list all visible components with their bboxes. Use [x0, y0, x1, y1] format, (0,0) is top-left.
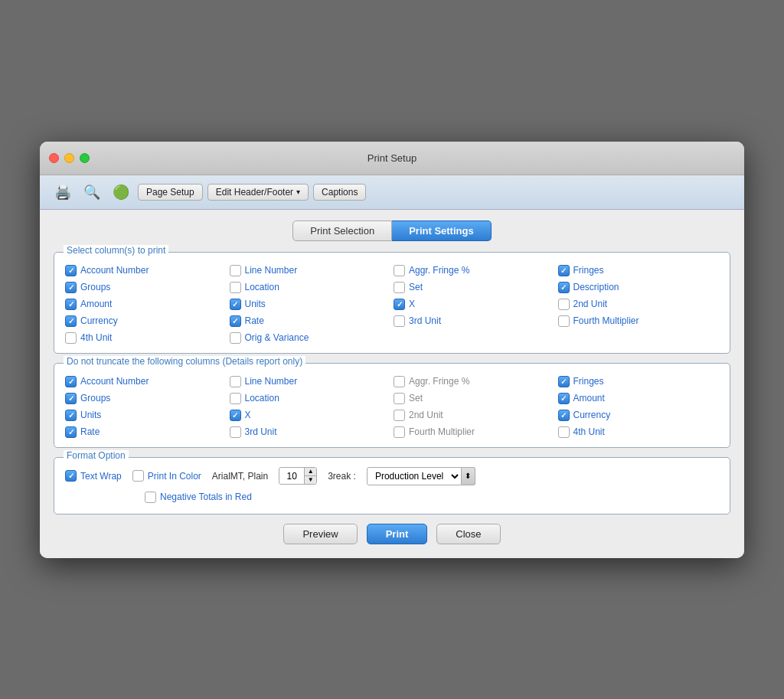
font-size-input[interactable] [279, 469, 304, 483]
checkbox[interactable] [230, 393, 241, 404]
list-item[interactable]: Rate [65, 426, 227, 438]
checkbox[interactable] [65, 376, 77, 387]
close-button-bottom[interactable]: Close [436, 524, 500, 544]
minimize-button[interactable] [64, 153, 74, 163]
checkbox[interactable] [394, 265, 405, 276]
checkbox[interactable] [230, 299, 241, 310]
list-item[interactable]: Fourth Multiplier [394, 426, 555, 438]
negative-totals-checkbox[interactable] [145, 492, 156, 503]
break-select[interactable]: Production Level None Account [367, 467, 462, 485]
checkbox[interactable] [65, 265, 77, 276]
checkbox[interactable] [394, 410, 405, 421]
maximize-button[interactable] [80, 153, 90, 163]
text-wrap-checkbox[interactable] [65, 470, 77, 482]
checkbox-label: Description [573, 282, 619, 292]
checkbox[interactable] [230, 426, 241, 438]
checkbox[interactable] [65, 282, 77, 293]
list-item[interactable]: 4th Unit [558, 426, 720, 438]
list-item[interactable]: Location [230, 282, 391, 293]
font-size-down[interactable]: ▼ [305, 476, 316, 484]
checkbox[interactable] [65, 332, 77, 344]
preview-button[interactable]: Preview [283, 524, 357, 544]
checkbox[interactable] [65, 393, 77, 404]
list-item[interactable]: Set [394, 393, 555, 404]
checkbox[interactable] [558, 315, 570, 327]
list-item[interactable]: Units [230, 299, 391, 310]
list-item[interactable]: Rate [230, 315, 391, 327]
text-wrap-item[interactable]: Text Wrap [65, 470, 122, 482]
list-item[interactable]: Aggr. Fringe % [394, 376, 555, 387]
list-item[interactable]: Line Number [230, 265, 391, 276]
checkbox[interactable] [230, 315, 241, 327]
list-item[interactable]: Fringes [558, 376, 720, 387]
checkbox[interactable] [230, 376, 241, 387]
break-select-container[interactable]: Production Level None Account ⬍ [367, 467, 475, 485]
list-item[interactable]: 3rd Unit [230, 426, 391, 438]
negative-totals-item[interactable]: Negative Totals in Red [145, 492, 252, 503]
checkbox[interactable] [394, 393, 405, 404]
search-icon[interactable]: 🔍 [80, 181, 104, 203]
font-size-up[interactable]: ▲ [305, 468, 316, 476]
print-color-item[interactable]: Print In Color [132, 470, 201, 482]
print-button[interactable]: Print [367, 524, 428, 544]
checkbox[interactable] [558, 393, 570, 404]
list-item[interactable]: X [230, 410, 391, 421]
checkbox[interactable] [65, 426, 77, 438]
list-item[interactable]: Currency [65, 315, 227, 327]
checkbox[interactable] [394, 282, 405, 293]
checkbox[interactable] [558, 410, 570, 421]
checkbox[interactable] [558, 376, 570, 387]
checkbox[interactable] [65, 315, 77, 327]
print-color-checkbox[interactable] [132, 470, 144, 482]
checkbox[interactable] [65, 410, 77, 421]
list-item[interactable]: X [394, 299, 555, 310]
checkbox[interactable] [558, 299, 570, 310]
checkbox[interactable] [394, 376, 405, 387]
list-item[interactable]: Description [558, 282, 720, 293]
break-select-arrow[interactable]: ⬍ [462, 467, 475, 485]
checkbox[interactable] [230, 265, 241, 276]
font-size-stepper[interactable]: ▲ ▼ [304, 468, 316, 484]
no-truncate-title: Do not truncate the following columns (D… [64, 356, 305, 367]
list-item[interactable]: Groups [65, 393, 227, 404]
list-item[interactable]: Account Number [65, 376, 227, 387]
list-item[interactable]: Aggr. Fringe % [394, 265, 555, 276]
list-item[interactable]: Location [230, 393, 391, 404]
checkbox[interactable] [394, 299, 405, 310]
list-item[interactable]: 3rd Unit [394, 315, 555, 327]
page-setup-button[interactable]: Page Setup [138, 184, 203, 201]
list-item[interactable]: Line Number [230, 376, 391, 387]
list-item[interactable]: Fourth Multiplier [558, 315, 720, 327]
list-item[interactable]: 4th Unit [65, 332, 227, 344]
font-size-control[interactable]: ▲ ▼ [279, 467, 317, 485]
list-item[interactable]: Amount [558, 393, 720, 404]
checkbox-label: X [409, 299, 415, 309]
list-item[interactable]: Orig & Variance [230, 332, 391, 344]
captions-button[interactable]: Captions [313, 184, 366, 201]
checkbox[interactable] [65, 299, 77, 310]
checkbox[interactable] [558, 282, 570, 293]
tab-print-settings[interactable]: Print Settings [392, 220, 492, 241]
checkbox[interactable] [230, 332, 241, 344]
checkbox[interactable] [230, 410, 241, 421]
checkbox[interactable] [558, 426, 570, 438]
go-icon[interactable]: 🟢 [109, 181, 133, 203]
checkbox[interactable] [558, 265, 570, 276]
checkbox[interactable] [394, 315, 405, 327]
list-item[interactable]: Currency [558, 410, 720, 421]
checkbox[interactable] [394, 426, 405, 438]
close-button[interactable] [49, 153, 59, 163]
checkbox-label: Fringes [573, 265, 604, 276]
list-item[interactable]: 2nd Unit [558, 299, 720, 310]
printer-icon[interactable]: 🖨️ [51, 181, 75, 203]
list-item[interactable]: Set [394, 282, 555, 293]
checkbox[interactable] [230, 282, 241, 293]
edit-header-footer-button[interactable]: Edit Header/Footer [207, 184, 309, 201]
list-item[interactable]: Account Number [65, 265, 227, 276]
list-item[interactable]: Groups [65, 282, 227, 293]
list-item[interactable]: Amount [65, 299, 227, 310]
list-item[interactable]: Fringes [558, 265, 720, 276]
tab-print-selection[interactable]: Print Selection [292, 220, 392, 241]
list-item[interactable]: 2nd Unit [394, 410, 555, 421]
list-item[interactable]: Units [65, 410, 227, 421]
